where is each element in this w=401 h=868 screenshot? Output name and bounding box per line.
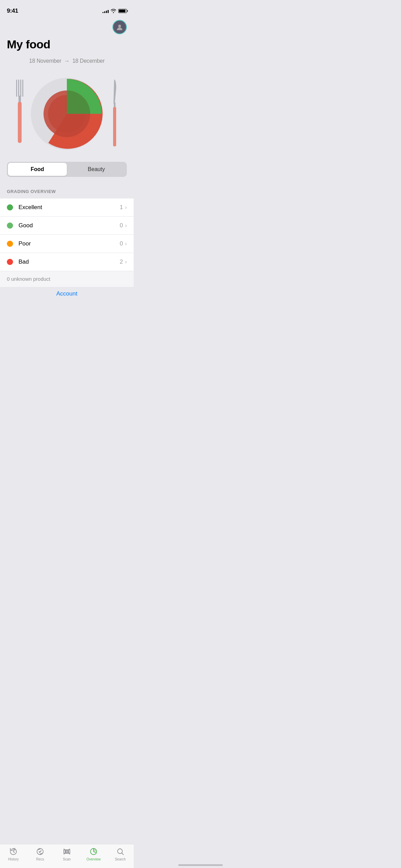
svg-rect-7 [18, 122, 22, 143]
page-title: My food [0, 34, 134, 51]
svg-rect-1 [16, 80, 17, 97]
svg-rect-12 [113, 107, 116, 136]
grading-item-bad[interactable]: Bad 2 › [0, 253, 134, 271]
grade-label-bad: Bad [19, 258, 120, 265]
date-range: 18 November → 18 December [0, 58, 134, 64]
svg-rect-2 [18, 80, 19, 97]
grade-count-good: 0 [120, 222, 123, 229]
chevron-right-bad: › [125, 259, 127, 265]
profile-row [0, 17, 134, 34]
toggle-beauty[interactable]: Beauty [67, 163, 126, 176]
grade-label-excellent: Excellent [19, 204, 120, 211]
status-icons [102, 9, 127, 13]
profile-avatar-icon [116, 23, 123, 31]
grade-count-poor: 0 [120, 240, 123, 247]
knife-icon [109, 78, 121, 150]
pie-chart [29, 76, 105, 152]
wifi-icon [111, 9, 116, 13]
signal-icon [102, 9, 109, 13]
chevron-right-good: › [125, 222, 127, 229]
grade-count-excellent: 1 [120, 204, 123, 211]
grade-label-poor: Poor [19, 240, 120, 247]
grading-item-excellent[interactable]: Excellent 1 › [0, 198, 134, 217]
grade-label-good: Good [19, 222, 120, 229]
account-peek[interactable]: Account [0, 287, 134, 301]
unknown-product-row: 0 unknown product [0, 271, 134, 287]
grading-title: GRADING OVERVIEW [7, 189, 127, 194]
status-time: 9:41 [7, 8, 18, 14]
grading-section: GRADING OVERVIEW [0, 184, 134, 198]
unknown-product-text: 0 unknown product [7, 276, 50, 282]
grade-dot-good [7, 222, 13, 229]
chart-container [0, 71, 134, 157]
svg-rect-13 [113, 133, 116, 146]
chevron-right-excellent: › [125, 204, 127, 210]
account-label: Account [56, 290, 77, 297]
segment-toggle[interactable]: Food Beauty [7, 162, 127, 177]
status-bar: 9:41 [0, 0, 134, 17]
grading-item-good[interactable]: Good 0 › [0, 217, 134, 235]
grade-dot-excellent [7, 204, 13, 210]
svg-rect-11 [114, 103, 116, 108]
grade-count-bad: 2 [120, 258, 123, 265]
battery-icon [118, 9, 127, 13]
profile-avatar[interactable] [112, 20, 127, 34]
svg-rect-5 [19, 96, 21, 103]
svg-rect-6 [18, 102, 22, 126]
svg-rect-4 [22, 80, 23, 97]
date-arrow: → [64, 58, 70, 64]
date-start: 18 November [29, 58, 61, 64]
grading-item-poor[interactable]: Poor 0 › [0, 235, 134, 253]
fork-icon [12, 78, 27, 150]
grade-dot-poor [7, 241, 13, 247]
svg-rect-3 [20, 80, 21, 97]
grading-list: Excellent 1 › Good 0 › Poor 0 › Bad 2 › [0, 198, 134, 271]
svg-point-0 [118, 25, 121, 27]
date-end: 18 December [72, 58, 105, 64]
grade-dot-bad [7, 259, 13, 265]
chevron-right-poor: › [125, 241, 127, 247]
toggle-food[interactable]: Food [8, 163, 67, 176]
